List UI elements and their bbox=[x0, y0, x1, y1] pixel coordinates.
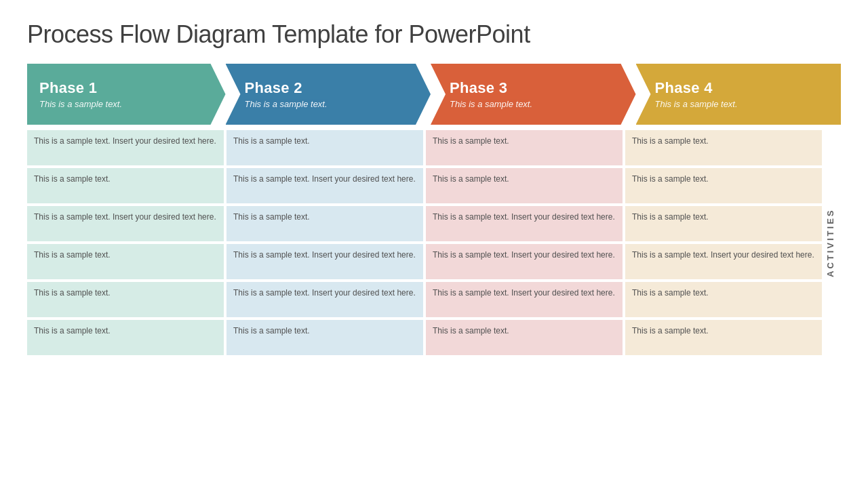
cell-r3-c3: This is a sample text. Insert your desir… bbox=[426, 206, 623, 241]
phase-subtitle-3: This is a sample text. bbox=[450, 99, 623, 109]
cell-r3-c2: This is a sample text. bbox=[226, 206, 423, 241]
phase-title-3: Phase 3 bbox=[450, 79, 623, 97]
phase-arrow-2: Phase 2 This is a sample text. bbox=[226, 64, 431, 125]
cell-r2-c3: This is a sample text. bbox=[426, 168, 623, 203]
cell-r2-c4: This is a sample text. bbox=[625, 168, 822, 203]
cell-r1-c1: This is a sample text. Insert your desir… bbox=[27, 130, 224, 165]
phase-title-4: Phase 4 bbox=[655, 79, 828, 97]
column-2: This is a sample text.This is a sample t… bbox=[226, 130, 426, 355]
activities-label: ACTIVITIES bbox=[822, 130, 841, 355]
cell-r4-c2: This is a sample text. Insert your desir… bbox=[226, 244, 423, 279]
column-4: This is a sample text.This is a sample t… bbox=[625, 130, 822, 355]
cell-r5-c1: This is a sample text. bbox=[27, 282, 224, 317]
phase-arrow-1: Phase 1 This is a sample text. bbox=[27, 64, 226, 125]
column-1: This is a sample text. Insert your desir… bbox=[27, 130, 226, 355]
page-title: Process Flow Diagram Template for PowerP… bbox=[27, 20, 841, 49]
cell-r5-c4: This is a sample text. bbox=[625, 282, 822, 317]
cell-r4-c3: This is a sample text. Insert your desir… bbox=[426, 244, 623, 279]
cell-r2-c1: This is a sample text. bbox=[27, 168, 224, 203]
phase-subtitle-1: This is a sample text. bbox=[39, 99, 212, 109]
diagram-wrapper: Phase 1 This is a sample text. Phase 2 T… bbox=[27, 64, 841, 355]
cell-r1-c3: This is a sample text. bbox=[426, 130, 623, 165]
cell-r1-c4: This is a sample text. bbox=[625, 130, 822, 165]
phase-title-1: Phase 1 bbox=[39, 79, 212, 97]
column-3: This is a sample text.This is a sample t… bbox=[426, 130, 625, 355]
phases-row: Phase 1 This is a sample text. Phase 2 T… bbox=[27, 64, 841, 125]
columns-wrapper: This is a sample text. Insert your desir… bbox=[27, 130, 822, 355]
cell-r3-c1: This is a sample text. Insert your desir… bbox=[27, 206, 224, 241]
phase-subtitle-4: This is a sample text. bbox=[655, 99, 828, 109]
cell-r5-c3: This is a sample text. Insert your desir… bbox=[426, 282, 623, 317]
cell-r6-c3: This is a sample text. bbox=[426, 320, 623, 355]
cell-r6-c2: This is a sample text. bbox=[226, 320, 423, 355]
cell-r2-c2: This is a sample text. Insert your desir… bbox=[226, 168, 423, 203]
phase-arrow-3: Phase 3 This is a sample text. bbox=[431, 64, 636, 125]
cell-r1-c2: This is a sample text. bbox=[226, 130, 423, 165]
phase-arrow-4: Phase 4 This is a sample text. bbox=[636, 64, 842, 125]
phase-subtitle-2: This is a sample text. bbox=[245, 99, 418, 109]
content-area: This is a sample text. Insert your desir… bbox=[27, 130, 841, 355]
cell-r3-c4: This is a sample text. bbox=[625, 206, 822, 241]
cell-r5-c2: This is a sample text. Insert your desir… bbox=[226, 282, 423, 317]
cell-r4-c4: This is a sample text. Insert your desir… bbox=[625, 244, 822, 279]
cell-r6-c1: This is a sample text. bbox=[27, 320, 224, 355]
phase-title-2: Phase 2 bbox=[245, 79, 418, 97]
cell-r4-c1: This is a sample text. bbox=[27, 244, 224, 279]
cell-r6-c4: This is a sample text. bbox=[625, 320, 822, 355]
